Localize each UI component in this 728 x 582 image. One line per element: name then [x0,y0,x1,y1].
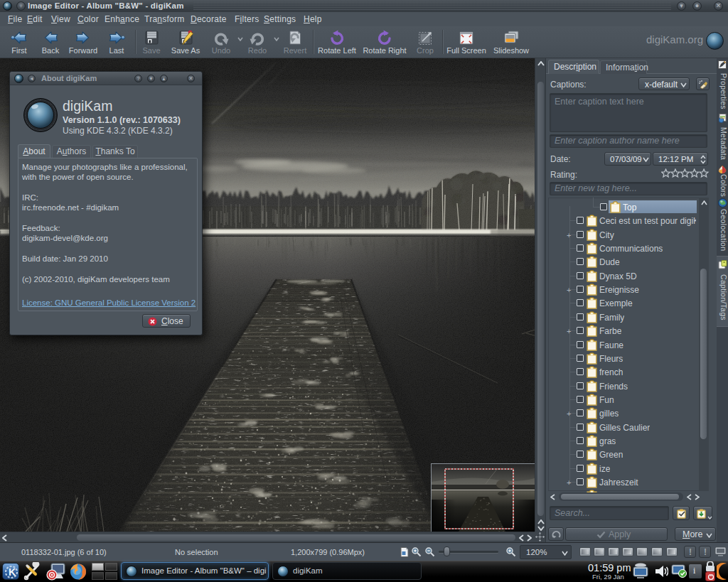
svg-text:K: K [9,566,16,578]
